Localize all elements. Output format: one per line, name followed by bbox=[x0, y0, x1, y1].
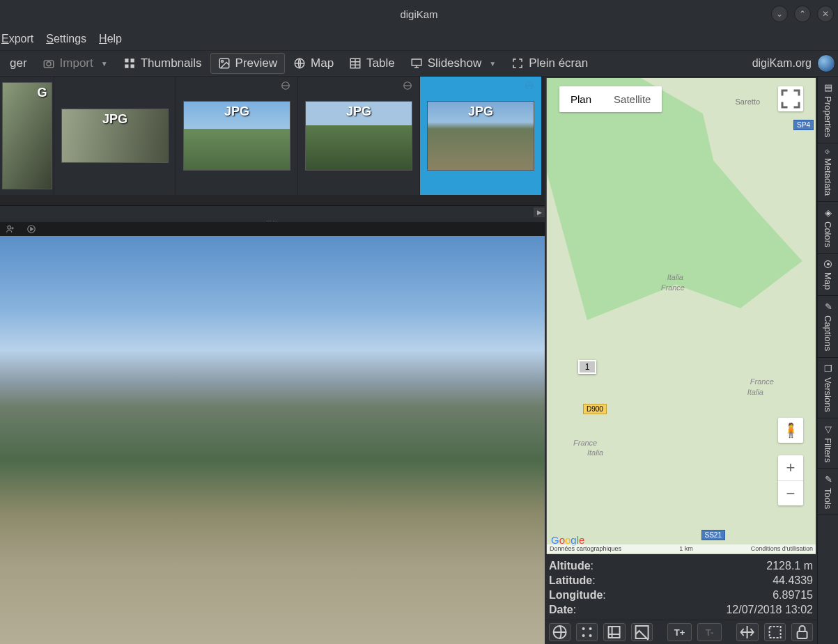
svg-rect-2 bbox=[125, 58, 128, 62]
thumbnail-strip: G JPG JPG JPG JPG bbox=[0, 77, 545, 206]
minimize-button[interactable]: ⌄ bbox=[771, 6, 788, 22]
place-label: France bbox=[661, 283, 685, 292]
scroll-right-icon[interactable]: ▶ bbox=[534, 207, 545, 217]
zoom-out-button[interactable]: − bbox=[778, 480, 803, 505]
play-icon[interactable] bbox=[26, 224, 36, 234]
maximize-button[interactable]: ⌃ bbox=[794, 6, 811, 22]
move-button[interactable] bbox=[736, 623, 758, 641]
toolbar-preview[interactable]: Preview bbox=[210, 53, 285, 74]
right-sidebar-tabs: ▤Properties ⟐Metadata ◈Colors ⦿Map ✎Capt… bbox=[817, 77, 838, 644]
format-badge: JPG bbox=[346, 104, 371, 119]
globe-icon bbox=[293, 57, 306, 70]
svg-point-14 bbox=[8, 226, 11, 229]
toolbar-thumbnails[interactable]: Thumbnails bbox=[116, 54, 209, 73]
menu-help[interactable]: Help bbox=[99, 33, 122, 45]
place-label: Italia bbox=[587, 448, 603, 457]
info-row-altitude: Altitude:2128.1 m bbox=[549, 558, 813, 573]
thumbstrip-scrollbar[interactable]: ▶ bbox=[0, 206, 545, 218]
map-zoom-controls: + − bbox=[778, 455, 803, 505]
thumbnail-item[interactable]: JPG bbox=[54, 77, 176, 195]
right-panel: Plan Satellite 1 D900 SP4 SS21 Saretto I… bbox=[545, 77, 817, 644]
close-button[interactable]: ✕ bbox=[817, 6, 834, 22]
tools-icon: ✎ bbox=[823, 474, 833, 485]
svg-rect-23 bbox=[769, 627, 780, 638]
select-button[interactable] bbox=[764, 623, 786, 641]
toolbar-slideshow[interactable]: Slideshow▼ bbox=[403, 54, 503, 73]
grid-icon bbox=[123, 57, 136, 70]
map-type-satellite[interactable]: Satellite bbox=[603, 86, 662, 112]
pegman-button[interactable]: 🧍 bbox=[778, 418, 803, 443]
text-increase-button[interactable]: T+ bbox=[667, 623, 692, 641]
svg-point-7 bbox=[221, 61, 223, 63]
map-terrain bbox=[547, 78, 816, 373]
place-label: Saretto bbox=[736, 97, 760, 106]
road-label: SS21 bbox=[701, 530, 725, 540]
info-row-latitude: Latitude:44.4339 bbox=[549, 573, 813, 588]
map-fullscreen-button[interactable] bbox=[778, 86, 803, 111]
tab-metadata[interactable]: ⟐Metadata bbox=[818, 143, 838, 202]
place-label: France bbox=[750, 377, 774, 386]
menu-settings[interactable]: Settings bbox=[46, 33, 86, 45]
digikam-link[interactable]: digiKam.org bbox=[752, 57, 812, 70]
svg-rect-3 bbox=[130, 58, 134, 62]
versions-icon: ❐ bbox=[823, 363, 833, 374]
map-widget[interactable]: Plan Satellite 1 D900 SP4 SS21 Saretto I… bbox=[546, 78, 816, 554]
svg-rect-10 bbox=[412, 59, 421, 65]
filters-icon: ▽ bbox=[823, 424, 833, 434]
map-marker[interactable]: 1 bbox=[578, 360, 596, 374]
svg-point-20 bbox=[589, 634, 592, 637]
format-badge: G bbox=[37, 86, 47, 100]
thumbnail-item-selected[interactable]: JPG bbox=[420, 77, 542, 195]
svg-rect-24 bbox=[797, 631, 807, 638]
thumbnail-item[interactable]: JPG bbox=[176, 77, 298, 195]
camera-icon bbox=[42, 57, 55, 70]
text-decrease-button[interactable]: T- bbox=[697, 623, 722, 641]
globe-button[interactable] bbox=[549, 623, 571, 641]
thumbnail-item[interactable]: JPG bbox=[298, 77, 420, 195]
lock-button[interactable] bbox=[791, 623, 813, 641]
image-icon bbox=[218, 57, 231, 70]
titlebar: digiKam ⌄ ⌃ ✕ bbox=[0, 0, 838, 28]
toolbar-import[interactable]: Import▼ bbox=[36, 54, 115, 73]
tab-versions[interactable]: ❐Versions bbox=[818, 358, 838, 418]
road-label: SP4 bbox=[793, 120, 814, 130]
format-badge: JPG bbox=[224, 104, 249, 119]
place-label: Italia bbox=[747, 388, 763, 396]
captions-icon: ✎ bbox=[823, 301, 833, 312]
toolbar-fullscreen[interactable]: Plein écran bbox=[504, 54, 595, 73]
tab-properties[interactable]: ▤Properties bbox=[818, 77, 838, 143]
tab-captions[interactable]: ✎Captions bbox=[818, 296, 838, 357]
svg-point-17 bbox=[582, 627, 585, 630]
preview-image[interactable] bbox=[0, 236, 545, 644]
image-button[interactable] bbox=[631, 623, 653, 641]
tab-colors[interactable]: ◈Colors bbox=[818, 202, 838, 254]
format-badge: JPG bbox=[468, 104, 493, 119]
info-row-date: Date:12/07/2018 13:02 bbox=[549, 602, 813, 617]
properties-icon: ▤ bbox=[823, 82, 833, 93]
tab-tools[interactable]: ✎Tools bbox=[818, 469, 838, 515]
cluster-button[interactable] bbox=[576, 623, 598, 641]
presentation-icon bbox=[410, 57, 423, 70]
map-type-plan[interactable]: Plan bbox=[559, 86, 603, 112]
colors-icon: ◈ bbox=[823, 207, 833, 218]
map-attribution: Données cartographiques 1 km Conditions … bbox=[547, 544, 816, 553]
geo-info-panel: Altitude:2128.1 m Latitude:44.4339 Longi… bbox=[545, 556, 817, 620]
thumbnail-item[interactable]: G bbox=[0, 77, 54, 195]
person-add-icon[interactable] bbox=[6, 224, 15, 234]
fullscreen-icon bbox=[511, 57, 524, 70]
map-bottom-toolbar: T+ T- bbox=[545, 620, 817, 644]
main-toolbar: ger Import▼ Thumbnails Preview Map Table… bbox=[0, 50, 838, 77]
zoom-in-button[interactable]: + bbox=[778, 455, 803, 480]
toolbar-table[interactable]: Table bbox=[342, 54, 402, 73]
globe-button[interactable] bbox=[817, 54, 835, 72]
road-label: D900 bbox=[583, 404, 607, 414]
svg-rect-5 bbox=[130, 65, 134, 68]
window-controls: ⌄ ⌃ ✕ bbox=[771, 6, 834, 22]
menu-export[interactable]: Export bbox=[1, 33, 33, 45]
crop-button[interactable] bbox=[603, 623, 625, 641]
toolbar-ger[interactable]: ger bbox=[3, 54, 34, 73]
tab-filters[interactable]: ▽Filters bbox=[818, 418, 838, 469]
tab-map[interactable]: ⦿Map bbox=[818, 254, 838, 296]
geo-icon bbox=[525, 81, 534, 91]
toolbar-map[interactable]: Map bbox=[286, 54, 341, 73]
